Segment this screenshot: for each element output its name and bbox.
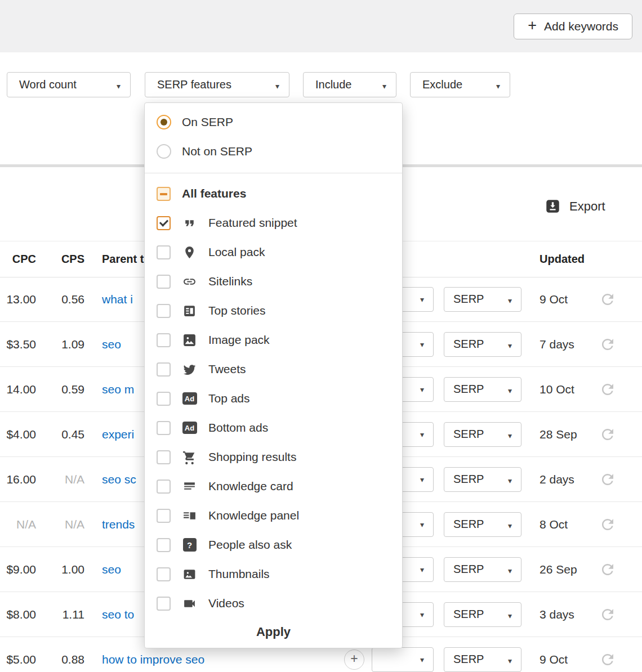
parent-topic-link[interactable]: seo [102, 338, 121, 351]
cpc-cell: $9.00 [0, 563, 36, 576]
unchecked-checkbox[interactable] [157, 597, 171, 611]
feature-option-thumbnails[interactable]: Thumbnails [145, 559, 402, 589]
feature-label: Image pack [208, 333, 270, 347]
add-keywords-label: Add keywords [544, 20, 618, 33]
feature-label: Knowledge panel [208, 509, 299, 522]
unchecked-checkbox[interactable] [157, 538, 171, 552]
feature-option-shopping-results[interactable]: Shopping results [145, 442, 402, 472]
radio-label: Not on SERP [182, 145, 252, 158]
quote-icon [182, 216, 197, 231]
updated-cell: 28 Sep [540, 428, 577, 441]
twitter-icon [182, 362, 197, 377]
refresh-icon[interactable] [599, 291, 616, 308]
feature-label: Shopping results [208, 450, 296, 464]
refresh-icon[interactable] [599, 516, 616, 533]
serp-dropdown-button[interactable]: SERP [444, 602, 521, 627]
feature-option-videos[interactable]: Videos [145, 589, 402, 618]
parent-topic-link[interactable]: trends [102, 518, 135, 531]
serp-dropdown-button[interactable]: SERP [444, 422, 521, 447]
feature-option-people-also-ask[interactable]: ?People also ask [145, 530, 402, 559]
updated-cell: 8 Oct [540, 518, 568, 531]
apply-button[interactable]: Apply [145, 616, 402, 648]
unchecked-checkbox[interactable] [157, 333, 171, 347]
unchecked-checkbox[interactable] [157, 392, 171, 406]
updated-cell: 3 days [540, 608, 574, 621]
serp-dropdown-button[interactable]: SERP [444, 332, 521, 357]
serp-dropdown-button[interactable]: SERP [444, 512, 521, 537]
parent-topic-link[interactable]: seo to [102, 608, 134, 621]
chevron-down-icon [420, 295, 424, 304]
feature-option-featured-snippet[interactable]: Featured snippet [145, 208, 402, 238]
add-keywords-button[interactable]: Add keywords [514, 14, 632, 39]
cps-cell: 0.45 [47, 428, 84, 441]
checked-checkbox[interactable] [157, 216, 171, 230]
radio-unselected-icon[interactable] [157, 144, 171, 159]
feature-label: Top ads [208, 392, 250, 405]
radio-label: On SERP [182, 115, 233, 129]
map-pin-icon [182, 245, 197, 260]
serp-dropdown-button[interactable]: SERP [444, 467, 521, 492]
parent-topic-link[interactable]: experi [102, 428, 134, 441]
serp-button-label: SERP [453, 338, 484, 351]
feature-option-knowledge-card[interactable]: Knowledge card [145, 472, 402, 501]
filter-label: SERP features [157, 78, 231, 91]
radio-option-not-on-serp[interactable]: Not on SERP [145, 137, 402, 166]
feature-option-image-pack[interactable]: Image pack [145, 325, 402, 355]
refresh-icon[interactable] [599, 471, 616, 488]
export-button[interactable]: Export [542, 198, 609, 214]
parent-topic-link[interactable]: seo [102, 563, 121, 576]
serp-button-label: SERP [453, 653, 484, 666]
filter-label: Include [315, 78, 352, 91]
unchecked-checkbox[interactable] [157, 421, 171, 435]
radio-selected-icon[interactable] [157, 115, 171, 129]
parent-topic-link[interactable]: what i [102, 293, 133, 306]
unchecked-checkbox[interactable] [157, 275, 171, 289]
indeterminate-checkbox[interactable] [157, 187, 171, 201]
serp-dropdown-button[interactable]: SERP [444, 287, 521, 312]
feature-option-sitelinks[interactable]: Sitelinks [145, 267, 402, 296]
serp-button-label: SERP [453, 428, 484, 441]
refresh-icon[interactable] [599, 651, 616, 668]
unchecked-checkbox[interactable] [157, 450, 171, 464]
chevron-down-icon [420, 610, 424, 619]
refresh-icon[interactable] [599, 561, 616, 578]
word-count-filter-button[interactable]: Word count [7, 72, 131, 97]
question-badge-icon: ? [182, 537, 197, 553]
include-filter-button[interactable]: Include [303, 72, 396, 97]
chevron-down-icon [420, 520, 424, 529]
feature-option-tweets[interactable]: Tweets [145, 355, 402, 384]
feature-option-top-stories[interactable]: Top stories [145, 296, 402, 325]
parent-topic-link[interactable]: seo m [102, 383, 134, 396]
unchecked-checkbox[interactable] [157, 362, 171, 377]
serp-dropdown-button[interactable]: SERP [444, 377, 521, 402]
serp-dropdown-button[interactable]: SERP [444, 647, 521, 672]
serp-features-filter-button[interactable]: SERP features [145, 72, 289, 97]
exclude-filter-button[interactable]: Exclude [410, 72, 510, 97]
updated-cell: 9 Oct [540, 293, 568, 306]
refresh-icon[interactable] [599, 426, 616, 443]
parent-topic-link[interactable]: seo sc [102, 473, 136, 486]
unchecked-checkbox[interactable] [157, 509, 171, 523]
feature-option-knowledge-panel[interactable]: Knowledge panel [145, 501, 402, 530]
feature-option-top-ads[interactable]: AdTop ads [145, 384, 402, 413]
feature-option-local-pack[interactable]: Local pack [145, 238, 402, 267]
unchecked-checkbox[interactable] [157, 567, 171, 581]
feature-option-all-features[interactable]: All features [145, 179, 402, 208]
feature-label: Local pack [208, 245, 265, 259]
feature-option-bottom-ads[interactable]: AdBottom ads [145, 413, 402, 442]
unchecked-checkbox[interactable] [157, 304, 171, 318]
parent-topic-link[interactable]: how to improve seo [102, 653, 204, 666]
unchecked-checkbox[interactable] [157, 480, 171, 494]
column-header-cpc: CPC [0, 241, 36, 277]
serp-dropdown-button[interactable]: SERP [444, 557, 521, 582]
chevron-down-icon [508, 564, 512, 575]
keyword-details-dropdown-button[interactable] [372, 647, 434, 672]
radio-option-on-serp[interactable]: On SERP [145, 107, 402, 137]
cpc-cell: 13.00 [0, 293, 36, 306]
unchecked-checkbox[interactable] [157, 245, 171, 259]
refresh-icon[interactable] [599, 336, 616, 353]
refresh-icon[interactable] [599, 381, 616, 398]
chevron-down-icon [508, 519, 512, 530]
refresh-icon[interactable] [599, 606, 616, 623]
add-to-list-button[interactable] [344, 649, 364, 670]
